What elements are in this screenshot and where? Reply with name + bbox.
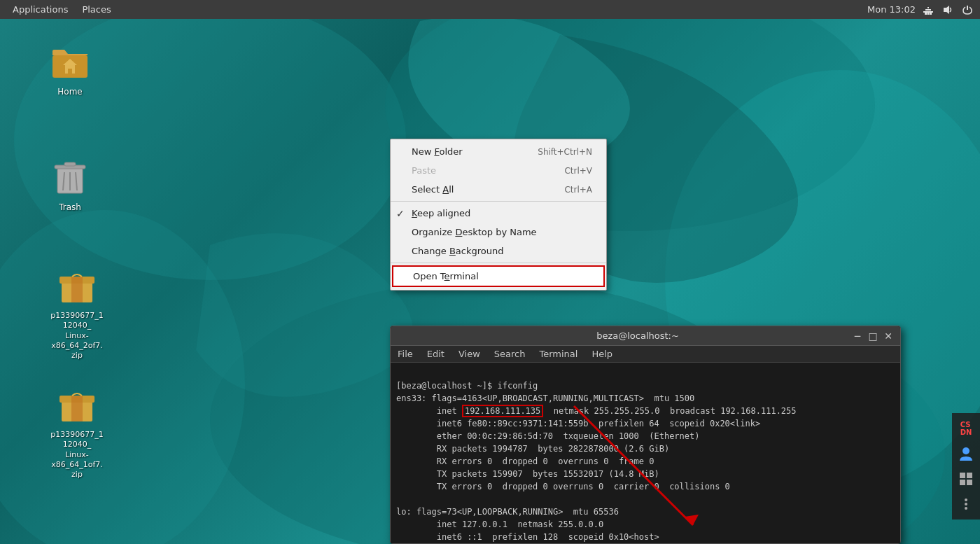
terminal-line-8: TX packets 159907 bytes 15532017 (14.8 M… (396, 469, 659, 479)
home-icon-label: Home (55, 86, 85, 99)
terminal-line-9: TX errors 0 dropped 0 overruns 0 carrier… (396, 482, 730, 491)
terminal-menubar: File Edit View Search Terminal Help (391, 346, 900, 363)
sound-icon[interactable] (941, 3, 955, 17)
terminal-maximize-btn[interactable]: □ (867, 330, 879, 342)
terminal-line-12: inet6 ::1 prefixlen 128 scopeid 0x10<hos… (396, 532, 659, 542)
terminal-btn-placeholder (396, 330, 424, 342)
terminal-window-controls: ─ □ ✕ (851, 330, 895, 342)
svg-rect-34 (960, 480, 965, 485)
user-avatar-icon[interactable] (953, 441, 979, 466)
terminal-line-4: inet6 fe80::89cc:9371:141:559b prefixlen… (396, 419, 760, 428)
svg-rect-33 (967, 473, 972, 478)
topbar-left: Applications Places (6, 2, 118, 17)
menu-item-organize-desktop[interactable]: Organize Desktop by Name (391, 223, 606, 242)
menu-item-new-folder[interactable]: New Folder Shift+Ctrl+N (391, 142, 606, 161)
terminal-titlebar: beza@localhost:~ ─ □ ✕ (391, 326, 900, 346)
svg-rect-9 (925, 13, 927, 15)
menu-item-open-terminal[interactable]: Open Terminal (392, 265, 605, 287)
desktop-icon-home[interactable]: Home (38, 39, 102, 99)
terminal-menu-file[interactable]: File (391, 347, 420, 361)
menu-separator-2 (391, 263, 606, 263)
svg-marker-12 (944, 6, 949, 14)
network-icon[interactable] (921, 3, 935, 17)
grid-icon[interactable] (953, 466, 979, 491)
keep-aligned-checkbox: ✓ (396, 208, 407, 219)
terminal-line-7: RX errors 0 dropped 0 overruns 0 frame 0 (396, 456, 654, 466)
terminal-title: beza@localhost:~ (424, 330, 851, 341)
terminal-window: beza@localhost:~ ─ □ ✕ File Edit View Se… (390, 326, 901, 544)
desktop-icon-archive2[interactable]: p13390677_112040_Linux-x86_64_1of7.zip (38, 382, 115, 480)
svg-point-37 (965, 503, 967, 505)
menu-item-change-background[interactable]: Change Background (391, 242, 606, 260)
terminal-line-10: lo: flags=73<UP,LOOPBACK,RUNNING> mtu 65… (396, 507, 619, 517)
menu-item-paste[interactable]: Paste Ctrl+V (391, 161, 606, 180)
svg-point-36 (965, 498, 967, 501)
svg-rect-35 (967, 480, 972, 485)
svg-point-31 (962, 447, 969, 454)
menu-item-keep-aligned-label: Keep aligned (412, 208, 470, 218)
svg-rect-28 (71, 396, 83, 421)
svg-rect-16 (68, 69, 72, 74)
applications-menu[interactable]: Applications (6, 2, 75, 17)
ip-highlight: 192.168.111.135 (462, 405, 543, 417)
power-icon[interactable] (960, 3, 974, 17)
svg-rect-32 (960, 473, 965, 478)
menu-item-organize-label: Organize Desktop by Name (412, 227, 537, 237)
menu-item-open-terminal-label: Open Terminal (413, 271, 479, 281)
menu-item-select-all-shortcut: Ctrl+A (564, 185, 592, 195)
desktop-icon-trash[interactable]: Trash (38, 154, 102, 214)
svg-rect-8 (927, 7, 929, 8)
terminal-content[interactable]: [beza@localhost ~]$ ifconfig ens33: flag… (391, 363, 900, 543)
archive2-icon (55, 382, 99, 426)
terminal-menu-view[interactable]: View (451, 347, 487, 361)
menu-item-new-folder-shortcut: Shift+Ctrl+N (538, 147, 592, 157)
more-icon[interactable] (953, 491, 979, 517)
terminal-line-3: inet 192.168.111.135 netmask 255.255.255… (396, 405, 797, 417)
csdn-icon[interactable]: CSDN (953, 416, 979, 441)
terminal-minimize-btn[interactable]: ─ (851, 330, 864, 342)
menu-separator-1 (391, 201, 606, 202)
terminal-close-btn[interactable]: ✕ (882, 330, 895, 342)
svg-point-38 (965, 507, 967, 510)
trash-icon-label: Trash (56, 202, 84, 214)
menu-item-paste-shortcut: Ctrl+V (564, 166, 592, 176)
archive2-icon-label: p13390677_112040_Linux-x86_64_1of7.zip (46, 429, 108, 480)
terminal-line-2: ens33: flags=4163<UP,BROADCAST,RUNNING,M… (396, 393, 694, 403)
menu-item-new-folder-label: New Folder (412, 146, 463, 157)
desktop-icon-archive1[interactable]: p13390677_112040_Linux-x86_64_2of7.zip (38, 263, 115, 361)
menu-item-select-all[interactable]: Select All Ctrl+A (391, 180, 606, 199)
places-menu[interactable]: Places (75, 2, 118, 17)
menu-item-keep-aligned[interactable]: ✓ Keep aligned (391, 204, 606, 223)
terminal-menu-search[interactable]: Search (487, 347, 533, 361)
svg-rect-10 (930, 13, 932, 15)
right-sidebar: CSDN (952, 413, 980, 519)
terminal-line-5: ether 00:0c:29:86:5d:70 txqueuelen 1000 … (396, 431, 699, 441)
svg-rect-25 (71, 277, 83, 302)
topbar: Applications Places Mon 13:02 (0, 0, 980, 19)
menu-item-select-all-label: Select All (412, 184, 454, 195)
terminal-menu-edit[interactable]: Edit (420, 347, 451, 361)
archive1-icon (55, 263, 99, 307)
terminal-line-11: inet 127.0.0.1 netmask 255.0.0.0 (396, 519, 603, 529)
terminal-line-1: [beza@localhost ~]$ ifconfig (396, 381, 538, 391)
archive1-icon-label: p13390677_112040_Linux-x86_64_2of7.zip (46, 310, 108, 361)
trash-icon (48, 154, 92, 199)
terminal-line-6: RX packets 1994787 bytes 2822878000 (2.6… (396, 444, 669, 454)
datetime-display: Mon 13:02 (867, 4, 916, 15)
terminal-menu-terminal[interactable]: Terminal (532, 347, 584, 361)
context-menu: New Folder Shift+Ctrl+N Paste Ctrl+V Sel… (390, 139, 607, 291)
menu-item-paste-label: Paste (412, 165, 436, 176)
terminal-menu-help[interactable]: Help (584, 347, 620, 361)
svg-rect-22 (64, 162, 76, 166)
topbar-right: Mon 13:02 (867, 3, 974, 17)
home-folder-icon (48, 39, 92, 83)
svg-rect-6 (923, 11, 933, 13)
svg-rect-11 (927, 13, 930, 15)
menu-item-change-background-label: Change Background (412, 246, 503, 256)
svg-rect-7 (925, 9, 931, 11)
